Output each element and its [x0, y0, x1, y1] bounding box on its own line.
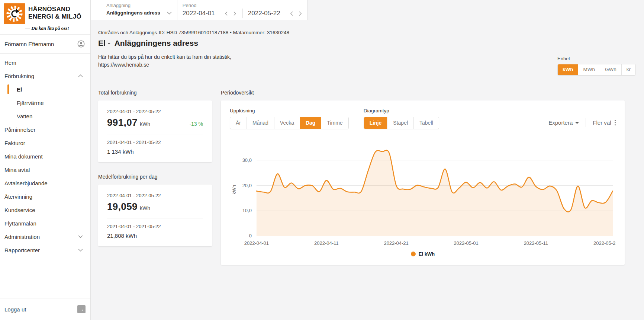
overview-heading: Periodöversikt	[221, 90, 625, 96]
unit-label: Enhet	[557, 56, 636, 61]
chart-legend: El kWh	[230, 251, 616, 260]
page-title: El -Anläggningens adress	[98, 39, 625, 48]
period-from-next-button[interactable]	[233, 11, 236, 16]
kebab-menu-icon	[615, 120, 616, 126]
sidebar-nav: Hem Förbrukning El Fjärrvärme Vatten Påm…	[0, 54, 90, 257]
legend-dot-icon	[411, 252, 416, 256]
chart-controls: Upplösning År Månad Vecka Dag Timme	[230, 108, 616, 129]
sidebar-item-paminnelser[interactable]: Påminnelser	[0, 123, 90, 136]
sidebar-item-forbrukning[interactable]: Förbrukning	[0, 69, 90, 83]
unit-option-kr[interactable]: kr	[621, 64, 635, 75]
resolution-dag[interactable]: Dag	[300, 117, 321, 129]
divider	[242, 9, 243, 18]
svg-text:2022-05-21: 2022-05-21	[593, 241, 616, 246]
topbar-filler	[91, 0, 101, 20]
sidebar-item-mina-avtal[interactable]: Mina avtal	[0, 163, 90, 176]
hemab-logo-icon	[4, 3, 25, 24]
average-unit: kWh	[140, 205, 150, 211]
period-to-prev-button[interactable]	[290, 11, 293, 16]
current-period: 2022-04-01 - 2022-05-22	[107, 109, 203, 114]
sidebar-item-fjarrvarme[interactable]: Fjärrvärme	[0, 96, 90, 109]
resolution-timme[interactable]: Timme	[321, 117, 348, 129]
sidebar: HÄRNÖSAND ENERGI & MILJÖ — Du kan lita p…	[0, 0, 91, 320]
logo-line2: ENERGI & MILJÖ	[28, 13, 81, 20]
chevron-up-icon	[78, 74, 83, 77]
facility-select[interactable]: Anläggning Anläggningens adress	[101, 0, 177, 20]
logo-line1: HÄRNÖSAND	[28, 6, 81, 13]
period-to-next-button[interactable]	[299, 11, 302, 16]
svg-text:20,0: 20,0	[242, 183, 252, 188]
resolution-ar[interactable]: År	[230, 117, 247, 129]
period-to-date[interactable]: 2022-05-22	[248, 10, 280, 17]
facility-label: Anläggning	[106, 3, 172, 8]
total-value: 991,07	[107, 117, 138, 128]
resolution-segmented-control: År Månad Vecka Dag Timme	[230, 117, 349, 129]
svg-text:kWh: kWh	[231, 185, 237, 195]
charttype-segmented-control: Linje Stapel Tabell	[364, 117, 439, 129]
content: Områdes och Anläggnings-ID: HSD 73599916…	[91, 20, 644, 320]
overview-column: Periodöversikt Upplösning År Månad Vecka…	[221, 90, 625, 265]
resolution-vecka[interactable]: Vecka	[274, 117, 300, 129]
user-name: Förnamn Efternamn	[4, 41, 54, 47]
chart-actions: Exportera Fler val	[548, 118, 616, 129]
previous-period: 2021-04-01 - 2021-05-22	[107, 140, 203, 145]
spacer	[0, 257, 90, 298]
resolution-label: Upplösning	[230, 108, 349, 113]
legend-label: El kWh	[419, 251, 435, 257]
average-heading: Medelförbrukning per dag	[98, 174, 212, 180]
caret-down-icon	[575, 122, 579, 124]
period-from-prev-button[interactable]	[225, 11, 228, 16]
average-consumption-card: 2022-04-01 - 2022-05-22 19,059 kWh 2021-…	[98, 185, 212, 246]
sidebar-item-atervinning[interactable]: Återvinning	[0, 190, 90, 203]
period-label: Period	[183, 3, 302, 8]
sidebar-item-rapportcenter[interactable]: Rapportcenter	[0, 243, 90, 257]
unit-option-gwh[interactable]: GWh	[600, 64, 621, 75]
current-period: 2022-04-01 - 2022-05-22	[107, 193, 203, 198]
chevron-down-icon	[78, 249, 83, 252]
sidebar-item-avtalserbjudande[interactable]: Avtalserbjudande	[0, 176, 90, 190]
cards-row: Total förbrukning 2022-04-01 - 2022-05-2…	[98, 90, 625, 265]
unit-option-mwh[interactable]: MWh	[578, 64, 600, 75]
total-unit: kWh	[140, 121, 150, 127]
tips-text: Här hittar du tips på hur du enkelt kan …	[98, 53, 625, 69]
charttype-tabell[interactable]: Tabell	[413, 117, 439, 129]
charttype-stapel[interactable]: Stapel	[387, 117, 413, 129]
sidebar-item-flyttanmalan[interactable]: Flyttanmälan	[0, 217, 90, 230]
sidebar-item-hem[interactable]: Hem	[0, 56, 90, 69]
topbar: Anläggning Anläggningens adress Period 2…	[91, 0, 644, 20]
change-badge: -13 %	[189, 121, 203, 127]
sidebar-item-administration[interactable]: Administration	[0, 230, 90, 243]
charttype-label: Diagramtyp	[364, 108, 439, 113]
export-button[interactable]: Exportera	[548, 119, 579, 126]
sidebar-item-kundservice[interactable]: Kundservice	[0, 203, 90, 217]
logo: HÄRNÖSAND ENERGI & MILJÖ — Du kan lita p…	[0, 0, 90, 34]
divider	[107, 134, 203, 134]
charttype-linje[interactable]: Linje	[364, 117, 387, 129]
unit-option-kwh[interactable]: kWh	[558, 64, 578, 75]
logout-button[interactable]: Logga ut →	[0, 298, 90, 320]
tips-link[interactable]: https://www.hemab.se	[98, 61, 625, 69]
svg-text:30,0: 30,0	[242, 157, 252, 163]
period-box: Period 2022-04-01 2022-05-22	[177, 0, 307, 20]
more-options-button[interactable]: Fler val	[593, 119, 616, 126]
divider	[107, 218, 203, 218]
facility-meta: Områdes och Anläggnings-ID: HSD 73599916…	[98, 30, 625, 35]
chevron-down-icon	[167, 12, 172, 15]
sidebar-item-mina-dokument[interactable]: Mina dokument	[0, 150, 90, 163]
main: Anläggning Anläggningens adress Period 2…	[91, 0, 644, 320]
svg-text:2022-05-11: 2022-05-11	[524, 241, 548, 246]
resolution-group: Upplösning År Månad Vecka Dag Timme	[230, 108, 349, 129]
period-from-date[interactable]: 2022-04-01	[183, 10, 215, 17]
sidebar-item-fakturor[interactable]: Fakturor	[0, 136, 90, 150]
svg-text:2022-04-01: 2022-04-01	[244, 241, 269, 246]
sidebar-item-vatten[interactable]: Vatten	[0, 109, 90, 123]
svg-text:10,0: 10,0	[242, 208, 252, 214]
svg-text:2022-05-01: 2022-05-01	[454, 241, 478, 246]
logout-arrow-icon[interactable]: →	[77, 305, 86, 313]
sidebar-item-el[interactable]: El	[0, 83, 90, 96]
svg-text:0: 0	[249, 233, 252, 239]
unit-segmented-control: kWh MWh GWh kr	[557, 64, 636, 76]
divider	[586, 118, 586, 127]
resolution-manad[interactable]: Månad	[247, 117, 274, 129]
logo-tagline: — Du kan lita på oss!	[25, 25, 85, 31]
